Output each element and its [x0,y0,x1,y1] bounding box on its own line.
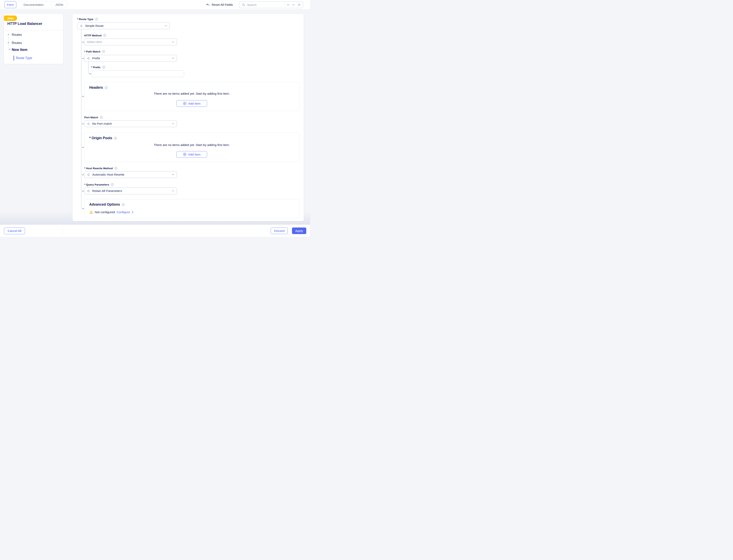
route-type-label-row: * Route Type [77,17,98,21]
route-type-value: Simple Route [85,24,163,28]
top-toolbar: Form Documentation JSON Reset All Fields [0,0,310,10]
view-tab-group: Form Documentation JSON [4,1,67,8]
origin-pools-title: * Origin Pools [89,136,112,140]
port-match-label: Port Match [84,116,98,119]
host-rewrite-label-row: * Host Rewrite Method [84,167,118,170]
headers-add-item-label: Add Item [188,102,201,105]
tab-form[interactable]: Form [4,1,16,8]
prefix-input[interactable] [91,70,184,77]
route-type-label: * Route Type [77,18,93,21]
connector-line [81,29,82,209]
tree-expand-triangle-icon [9,49,11,50]
chevron-down-icon [172,190,174,192]
headers-title: Headers [89,86,103,90]
http-method-label: HTTP Method [84,34,102,37]
route-fork-icon [87,173,90,176]
advanced-options-section: Advanced Options Not configured Configur… [84,199,299,218]
prefix-label-row: * Prefix [91,66,105,69]
info-icon[interactable] [114,137,117,140]
plus-circle-icon [183,102,187,105]
search-clear-x-icon[interactable] [297,3,301,7]
connector-dot [83,208,84,209]
info-icon[interactable] [114,167,118,170]
headers-section: Headers There are no items added yet. St… [84,82,299,111]
http-method-select[interactable]: Select item [84,39,177,45]
route-fork-icon [87,57,90,60]
info-icon[interactable] [95,17,98,21]
headers-add-item-button[interactable]: Add Item [177,100,207,107]
advanced-options-title: Advanced Options [89,202,120,207]
form-panel: * Route Type Simple Route HTTP Method Se… [73,14,304,221]
info-icon[interactable] [100,116,103,119]
route-fork-icon [87,122,90,125]
reset-all-fields-label: Reset All Fields [212,3,233,7]
info-icon[interactable] [103,34,106,37]
origin-pools-section: * Origin Pools There are no items added … [84,133,299,162]
tab-documentation[interactable]: Documentation [16,1,51,8]
reset-all-fields-button[interactable]: Reset All Fields [206,0,233,10]
search-next-chevron-down-icon[interactable] [292,3,296,7]
advanced-options-status-row: Not configured Configure [89,210,134,214]
connector-dot [83,174,84,175]
tree-bullet-dot [8,34,9,35]
query-parameters-label: * Query Parameters [84,183,109,186]
undo-arrow-icon [206,3,210,7]
connector-dot [83,58,84,59]
path-match-label: * Path Match [84,50,100,53]
tree-title: HTTP Load Balancer [7,22,42,26]
connector-dot [83,42,84,43]
port-match-label-row: Port Match [84,116,103,119]
tab-json[interactable]: JSON [51,1,67,8]
object-tree-card: New HTTP Load Balancer Routes Routes New… [4,14,63,64]
headers-empty-text: There are no items added yet. Start by a… [85,92,299,95]
search-input[interactable] [247,3,283,7]
origin-pools-add-item-button[interactable]: Add Item [177,151,207,158]
chevron-down-icon [165,25,167,27]
search-icon [242,3,246,7]
chevron-down-icon [172,41,174,43]
tree-item-routes-2[interactable]: Routes [12,41,22,45]
route-fork-icon [87,189,90,193]
host-rewrite-select[interactable]: Automatic Host Rewrite [84,171,177,178]
search-box [239,1,303,8]
info-icon[interactable] [111,183,114,186]
tree-item-new-item[interactable]: New Item [12,48,27,52]
plus-circle-icon [183,153,187,156]
query-parameters-select[interactable]: Retain All Parameters [84,188,177,194]
connector-dot [83,123,84,124]
connector-dot [83,191,84,192]
advanced-options-title-row: Advanced Options [89,202,125,207]
search-prev-chevron-up-icon[interactable] [286,3,290,7]
info-icon[interactable] [102,66,105,69]
host-rewrite-value: Automatic Host Rewrite [92,173,170,176]
host-rewrite-label: * Host Rewrite Method [84,167,113,170]
http-method-placeholder: Select item [87,40,170,44]
search-divider [284,3,285,7]
discard-button[interactable]: Discard [271,227,288,234]
chevron-down-icon [172,123,174,124]
port-match-value: No Port match [92,122,170,125]
configure-link[interactable]: Configure [117,210,130,214]
footer-action-bar: Cancel All Discard Apply [0,225,310,237]
advanced-options-status: Not configured [95,210,115,214]
cancel-all-button[interactable]: Cancel All [4,227,25,234]
tree-item-route-type[interactable]: Route Type [16,56,32,60]
connector-dot [90,73,91,74]
origin-pools-empty-text: There are no items added yet. Start by a… [85,143,299,147]
port-match-select[interactable]: No Port match [84,120,177,127]
prefix-label: * Prefix [91,66,101,69]
origin-pools-title-row: * Origin Pools [89,136,117,140]
info-icon[interactable] [122,203,125,206]
tree-active-indicator-bar [14,55,14,61]
route-type-select[interactable]: Simple Route [77,22,170,29]
info-icon[interactable] [105,86,108,89]
path-match-select[interactable]: Prefix [84,55,177,62]
tree-bullet-dot [8,42,9,43]
tree-item-routes-1[interactable]: Routes [12,33,22,37]
chevron-right-icon[interactable] [132,211,134,214]
origin-pools-add-item-label: Add Item [188,153,201,156]
info-icon[interactable] [102,50,105,53]
apply-button[interactable]: Apply [292,227,306,234]
connector-line [88,62,89,74]
route-fork-icon [80,24,83,28]
